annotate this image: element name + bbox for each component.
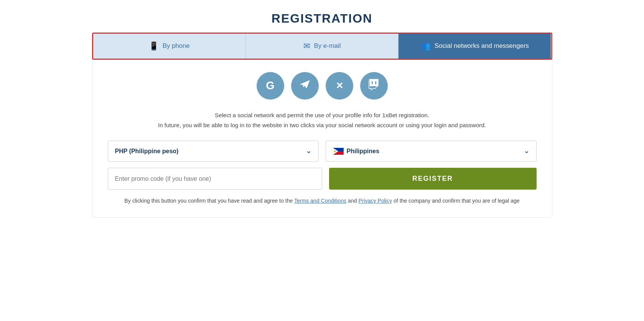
telegram-icon: [298, 77, 312, 94]
description-line1: Select a social network and permit the u…: [108, 110, 537, 120]
promo-code-input[interactable]: [108, 168, 322, 190]
currency-chevron-icon: ⌄: [306, 147, 311, 155]
country-select[interactable]: ★ Philippines ⌄: [326, 141, 537, 162]
country-chevron-icon: ⌄: [524, 147, 529, 155]
twitch-icon: [367, 78, 380, 93]
x-icon: ✕: [336, 80, 343, 91]
terms-text: By clicking this button you confirm that…: [108, 197, 537, 206]
terms-text-before: By clicking this button you confirm that…: [124, 198, 294, 204]
social-description: Select a social network and permit the u…: [108, 110, 537, 130]
x-login-button[interactable]: ✕: [326, 72, 353, 100]
terms-and-conditions-link[interactable]: Terms and Conditions: [294, 198, 346, 204]
google-login-button[interactable]: G: [257, 72, 284, 100]
page-title: REGISTRATION: [92, 11, 552, 26]
svg-rect-0: [370, 79, 378, 86]
country-label: Philippines: [347, 148, 379, 155]
tab-by-phone-label: By phone: [163, 42, 190, 50]
social-icons-row: G ✕: [108, 72, 537, 100]
tab-by-email[interactable]: ✉ By e-mail: [246, 34, 399, 59]
svg-rect-1: [372, 81, 373, 84]
philippines-flag-icon: ★: [333, 148, 344, 155]
page-container: REGISTRATION 📱 By phone ✉ By e-mail 👥 So…: [92, 11, 552, 218]
privacy-policy-link[interactable]: Privacy Policy: [358, 198, 392, 204]
google-icon: G: [266, 79, 274, 92]
tab-by-phone[interactable]: 📱 By phone: [93, 34, 246, 59]
currency-value: PHP (Philippine peso): [115, 148, 179, 155]
social-icon: 👥: [421, 42, 431, 50]
phone-icon: 📱: [149, 42, 159, 50]
register-button[interactable]: REGISTER: [329, 168, 537, 190]
twitch-login-button[interactable]: [360, 72, 388, 100]
tab-by-email-label: By e-mail: [314, 42, 341, 50]
country-value-wrapper: ★ Philippines: [333, 148, 379, 155]
tab-social[interactable]: 👥 Social networks and messengers: [399, 34, 551, 59]
tab-bar: 📱 By phone ✉ By e-mail 👥 Social networks…: [92, 33, 552, 60]
svg-text:★: ★: [334, 151, 335, 152]
terms-text-and: and: [346, 198, 358, 204]
telegram-login-button[interactable]: [291, 72, 319, 100]
description-line2: In future, you will be able to log in to…: [108, 120, 537, 130]
form-row-currency-country: PHP (Philippine peso) ⌄ ★ Philippines ⌄: [108, 141, 537, 162]
promo-register-row: REGISTER: [108, 168, 537, 190]
terms-text-after: of the company and confirm that you are …: [392, 198, 520, 204]
currency-select[interactable]: PHP (Philippine peso) ⌄: [108, 141, 319, 162]
email-icon: ✉: [303, 42, 310, 50]
tab-social-label: Social networks and messengers: [435, 42, 529, 50]
content-area: G ✕: [92, 60, 552, 218]
svg-rect-2: [375, 81, 376, 84]
